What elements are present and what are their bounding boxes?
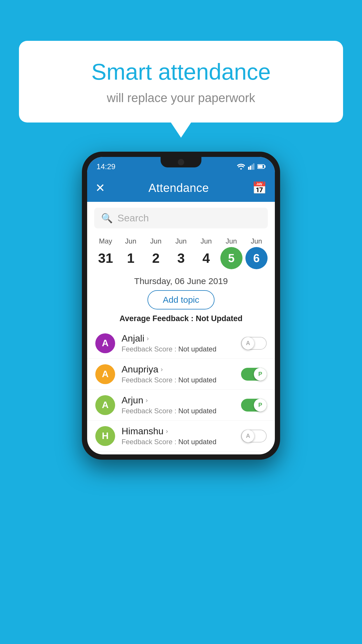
phone-outer: 14:29 bbox=[82, 152, 280, 460]
chevron-icon: › bbox=[146, 397, 148, 404]
student-name: Anupriya › bbox=[122, 364, 241, 375]
cal-month-label: Jun bbox=[150, 237, 161, 245]
speech-bubble: Smart attendance will replace your paper… bbox=[19, 41, 343, 123]
cal-date-label: 1 bbox=[120, 247, 142, 269]
cal-date-label: 31 bbox=[94, 247, 117, 269]
student-feedback: Feedback Score : Not updated bbox=[122, 345, 241, 353]
toggle-switch[interactable]: P bbox=[241, 368, 267, 381]
toggle-knob: P bbox=[254, 399, 267, 412]
date-header: Thursday, 06 June 2019 bbox=[87, 269, 275, 290]
calendar-day[interactable]: Jun6 bbox=[245, 237, 268, 269]
svg-rect-0 bbox=[248, 167, 249, 170]
toggle-switch[interactable]: A bbox=[241, 430, 267, 442]
svg-rect-5 bbox=[265, 165, 266, 168]
toggle-knob: A bbox=[242, 430, 254, 442]
calendar-day[interactable]: Jun4 bbox=[195, 237, 217, 269]
calendar-day[interactable]: Jun5 bbox=[220, 237, 242, 269]
status-icons bbox=[237, 163, 266, 170]
avg-feedback: Average Feedback : Not Updated bbox=[87, 309, 275, 328]
avatar: A bbox=[95, 364, 115, 384]
add-topic-button[interactable]: Add topic bbox=[147, 290, 214, 309]
student-list: AAnjali ›Feedback Score : Not updatedAAA… bbox=[87, 328, 275, 454]
student-item[interactable]: AArjun ›Feedback Score : Not updatedP bbox=[87, 390, 275, 421]
cal-date-label: 5 bbox=[220, 247, 242, 269]
avatar: A bbox=[95, 333, 115, 353]
cal-date-label: 6 bbox=[245, 247, 268, 269]
attendance-toggle[interactable]: P bbox=[241, 399, 267, 412]
cal-month-label: May bbox=[99, 237, 112, 245]
student-item[interactable]: AAnjali ›Feedback Score : Not updatedA bbox=[87, 328, 275, 359]
student-name: Arjun › bbox=[122, 395, 241, 406]
cal-month-label: Jun bbox=[251, 237, 262, 245]
student-item[interactable]: AAnupriya ›Feedback Score : Not updatedP bbox=[87, 359, 275, 390]
battery-icon bbox=[257, 164, 266, 169]
search-bar[interactable]: 🔍 Search bbox=[94, 208, 268, 228]
app-bar: ✕ Attendance 📅 bbox=[87, 174, 275, 202]
signal-icon bbox=[248, 163, 254, 170]
chevron-icon: › bbox=[147, 335, 149, 342]
cal-date-label: 4 bbox=[195, 247, 217, 269]
calendar-strip: May31Jun1Jun2Jun3Jun4Jun5Jun6 bbox=[87, 234, 275, 269]
student-feedback: Feedback Score : Not updated bbox=[122, 438, 241, 446]
avatar: H bbox=[95, 426, 115, 446]
calendar-day[interactable]: Jun1 bbox=[120, 237, 142, 269]
phone-screen: 14:29 bbox=[87, 157, 275, 454]
cal-month-label: Jun bbox=[125, 237, 136, 245]
toggle-switch[interactable]: A bbox=[241, 337, 267, 350]
phone-notch bbox=[161, 157, 201, 167]
avg-feedback-value: Not Updated bbox=[196, 314, 242, 323]
svg-rect-2 bbox=[252, 164, 253, 170]
student-item[interactable]: HHimanshu ›Feedback Score : Not updatedA bbox=[87, 421, 275, 452]
cal-month-label: Jun bbox=[175, 237, 187, 245]
student-feedback: Feedback Score : Not updated bbox=[122, 407, 241, 415]
student-info: Himanshu ›Feedback Score : Not updated bbox=[122, 426, 241, 446]
cal-date-label: 2 bbox=[145, 247, 167, 269]
toggle-knob: P bbox=[254, 368, 267, 381]
svg-rect-1 bbox=[250, 166, 251, 170]
search-icon: 🔍 bbox=[101, 213, 113, 224]
attendance-toggle[interactable]: A bbox=[241, 430, 267, 442]
student-info: Anjali ›Feedback Score : Not updated bbox=[122, 333, 241, 353]
bubble-subtitle: will replace your paperwork bbox=[39, 91, 323, 105]
speech-bubble-container: Smart attendance will replace your paper… bbox=[19, 41, 343, 123]
student-name: Himanshu › bbox=[122, 426, 241, 437]
cal-month-label: Jun bbox=[226, 237, 237, 245]
notch-camera bbox=[178, 159, 184, 165]
chevron-icon: › bbox=[161, 366, 163, 373]
search-placeholder: Search bbox=[117, 212, 149, 224]
svg-rect-3 bbox=[253, 163, 254, 170]
calendar-day[interactable]: May31 bbox=[94, 237, 117, 269]
attendance-toggle[interactable]: P bbox=[241, 368, 267, 381]
chevron-icon: › bbox=[166, 428, 168, 435]
avg-feedback-label: Average Feedback : bbox=[120, 314, 196, 323]
status-time: 14:29 bbox=[96, 162, 115, 171]
student-info: Arjun ›Feedback Score : Not updated bbox=[122, 395, 241, 415]
avatar: A bbox=[95, 395, 115, 415]
attendance-toggle[interactable]: A bbox=[241, 337, 267, 350]
wifi-icon bbox=[237, 163, 245, 170]
close-button[interactable]: ✕ bbox=[95, 181, 105, 195]
toggle-switch[interactable]: P bbox=[241, 399, 267, 412]
student-feedback: Feedback Score : Not updated bbox=[122, 376, 241, 384]
cal-date-label: 3 bbox=[170, 247, 192, 269]
calendar-button[interactable]: 📅 bbox=[252, 181, 267, 195]
calendar-day[interactable]: Jun3 bbox=[170, 237, 192, 269]
cal-month-label: Jun bbox=[201, 237, 212, 245]
bubble-title: Smart attendance bbox=[39, 58, 323, 86]
student-info: Anupriya ›Feedback Score : Not updated bbox=[122, 364, 241, 384]
app-bar-title: Attendance bbox=[148, 181, 209, 195]
phone-wrapper: 14:29 bbox=[82, 152, 280, 460]
svg-rect-6 bbox=[258, 165, 263, 168]
toggle-knob: A bbox=[242, 337, 254, 350]
student-name: Anjali › bbox=[122, 333, 241, 344]
calendar-day[interactable]: Jun2 bbox=[145, 237, 167, 269]
